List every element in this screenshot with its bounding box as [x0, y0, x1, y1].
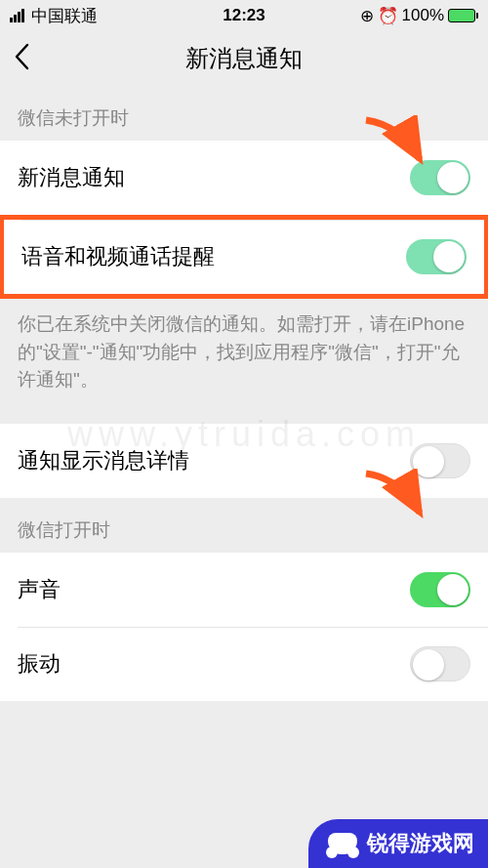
group-open: 声音 振动 [0, 553, 488, 701]
label-sound: 声音 [18, 575, 61, 604]
chevron-left-icon [14, 43, 29, 70]
switch-new-message-notify[interactable] [410, 160, 470, 195]
row-sound: 声音 [0, 553, 488, 627]
battery-pct: 100% [402, 6, 444, 25]
back-button[interactable] [14, 43, 29, 74]
site-badge: 锐得游戏网 [308, 819, 488, 868]
switch-voice-video-alert[interactable] [406, 239, 467, 274]
section-header-open: 微信打开时 [0, 498, 488, 553]
status-bar: 中国联通 12:23 ⊕ ⏰ 100% [0, 0, 488, 31]
switch-sound[interactable] [410, 572, 470, 607]
watermark: www.ytruida.com [67, 414, 421, 455]
alarm-icon: ⏰ [378, 6, 398, 26]
row-new-message-notify: 新消息通知 [0, 141, 488, 215]
label-vibrate: 振动 [18, 649, 61, 679]
battery-icon [448, 9, 478, 22]
controller-icon [328, 833, 357, 854]
row-voice-video-alert: 语音和视频通话提醒 [0, 215, 488, 299]
navbar: 新消息通知 [0, 31, 488, 86]
signal-icon [10, 9, 24, 22]
page-title: 新消息通知 [185, 43, 303, 74]
section-header-closed: 微信未打开时 [0, 86, 488, 141]
footer-note-closed: 你已在系统中关闭微信的通知。如需打开，请在iPhone的"设置"-"通知"功能中… [0, 299, 488, 406]
label-voice-video-alert: 语音和视频通话提醒 [21, 242, 215, 271]
switch-vibrate[interactable] [410, 646, 470, 682]
clock: 12:23 [223, 6, 264, 25]
group-closed: 新消息通知 语音和视频通话提醒 [0, 141, 488, 299]
orientation-lock-icon: ⊕ [360, 6, 374, 26]
row-vibrate: 振动 [0, 627, 488, 701]
label-new-message-notify: 新消息通知 [18, 163, 125, 192]
site-badge-label: 锐得游戏网 [367, 829, 474, 858]
carrier-label: 中国联通 [31, 5, 98, 27]
